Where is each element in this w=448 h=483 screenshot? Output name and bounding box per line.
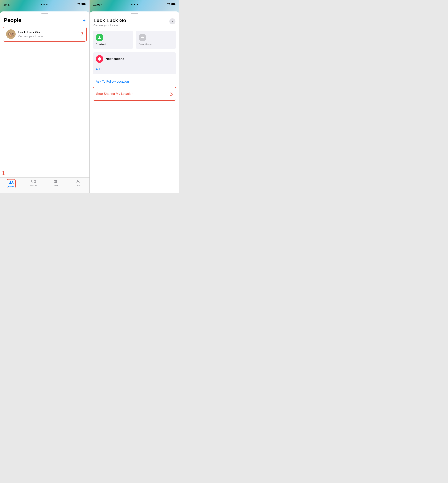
notifications-icon-circle bbox=[96, 55, 103, 63]
people-title: People bbox=[4, 17, 21, 23]
svg-point-3 bbox=[12, 181, 13, 182]
step-number-1: 1 bbox=[2, 169, 5, 176]
people-header: People + bbox=[0, 14, 89, 25]
stop-sharing-button[interactable]: Stop Sharing My Location 3 bbox=[93, 87, 176, 101]
items-icon bbox=[54, 179, 58, 184]
tab-item-people[interactable]: People bbox=[0, 179, 22, 188]
avatar-emoji: 🐿️ bbox=[8, 31, 14, 37]
person-status: Can see your location bbox=[18, 35, 78, 38]
tab-bar: 1 People bbox=[0, 177, 89, 193]
wifi-icon-right bbox=[167, 3, 170, 6]
phone-right: 10:57 ↑ • • • • • bbox=[90, 0, 179, 193]
person-list-item[interactable]: 🐿️ Luck Luck Go Can see your location 2 bbox=[3, 27, 87, 42]
left-white-card: People + 🐿️ Luck Luck Go Can see your lo… bbox=[0, 11, 89, 193]
svg-rect-4 bbox=[32, 180, 34, 182]
status-bar-right: 10:57 ↑ • • • • • bbox=[90, 0, 179, 8]
signal-dots-left: • • • • • bbox=[41, 3, 48, 6]
status-bar-left: 10:57 ↑ • • • • • bbox=[0, 0, 89, 8]
svg-point-7 bbox=[56, 180, 57, 181]
bell-icon bbox=[97, 57, 102, 61]
step-number-3: 3 bbox=[170, 90, 173, 97]
tab-item-me[interactable]: Me bbox=[67, 179, 89, 186]
notif-divider bbox=[96, 65, 173, 65]
battery-icon-right bbox=[171, 3, 176, 6]
battery-icon-left bbox=[81, 3, 86, 6]
svg-point-10 bbox=[77, 180, 79, 181]
detail-header: Luck Luck Go Can see your location × bbox=[90, 14, 179, 29]
time-right: 10:57 bbox=[93, 3, 100, 6]
svg-rect-1 bbox=[82, 3, 85, 5]
devices-icon bbox=[31, 179, 36, 184]
avatar: 🐿️ bbox=[6, 29, 16, 39]
directions-card[interactable]: Directions bbox=[136, 31, 176, 49]
svg-rect-5 bbox=[34, 180, 36, 183]
step-number-2: 2 bbox=[80, 31, 83, 38]
svg-rect-12 bbox=[171, 3, 175, 5]
tab-people-box: People bbox=[7, 179, 16, 188]
svg-point-9 bbox=[56, 181, 57, 183]
contact-card[interactable]: Contact bbox=[93, 31, 133, 49]
svg-point-8 bbox=[54, 181, 56, 183]
tab-item-devices[interactable]: Devices bbox=[22, 179, 45, 186]
close-button[interactable]: × bbox=[169, 18, 176, 24]
svg-point-13 bbox=[99, 36, 100, 38]
stop-sharing-label: Stop Sharing My Location bbox=[96, 92, 133, 96]
contact-icon-circle bbox=[96, 34, 103, 41]
action-cards-row: Contact Directions bbox=[90, 29, 179, 52]
person-icon bbox=[97, 35, 102, 40]
tab-label-people: People bbox=[8, 185, 14, 187]
notifications-title: Notifications bbox=[106, 57, 124, 61]
phone-left: 10:57 ↑ • • • • • bbox=[0, 0, 90, 193]
add-notification-button[interactable]: Add bbox=[96, 68, 102, 71]
tab-label-devices: Devices bbox=[30, 185, 37, 186]
person-name: Luck Luck Go bbox=[18, 31, 78, 34]
svg-point-2 bbox=[10, 181, 11, 182]
tab-label-items: Items bbox=[54, 185, 58, 186]
person-info: Luck Luck Go Can see your location bbox=[18, 31, 78, 38]
directions-icon-circle bbox=[139, 34, 146, 41]
notif-icon-row: Notifications bbox=[96, 55, 173, 63]
location-arrow-right: ↑ bbox=[101, 3, 102, 6]
ask-follow-button[interactable]: Ask To Follow Location bbox=[93, 77, 176, 87]
time-left: 10:57 bbox=[3, 3, 11, 6]
tab-label-me: Me bbox=[77, 185, 80, 186]
directions-label: Directions bbox=[139, 43, 152, 46]
ask-follow-container: Ask To Follow Location bbox=[93, 77, 176, 87]
wifi-icon-left bbox=[77, 3, 80, 6]
directions-arrow-icon bbox=[140, 35, 144, 40]
right-white-card: Luck Luck Go Can see your location × Con… bbox=[90, 11, 179, 193]
notifications-section: Notifications Add bbox=[93, 52, 176, 74]
me-icon bbox=[76, 179, 80, 184]
signal-dots-right: • • • • • bbox=[131, 3, 138, 6]
detail-title-group: Luck Luck Go Can see your location bbox=[93, 17, 126, 27]
location-arrow-left: ↑ bbox=[11, 3, 12, 6]
add-button[interactable]: + bbox=[83, 18, 86, 23]
svg-point-6 bbox=[54, 180, 56, 181]
detail-title: Luck Luck Go bbox=[93, 17, 126, 24]
contact-label: Contact bbox=[96, 43, 106, 46]
people-icon bbox=[9, 180, 14, 185]
detail-subtitle: Can see your location bbox=[93, 24, 126, 27]
tab-item-items[interactable]: Items bbox=[45, 179, 67, 186]
